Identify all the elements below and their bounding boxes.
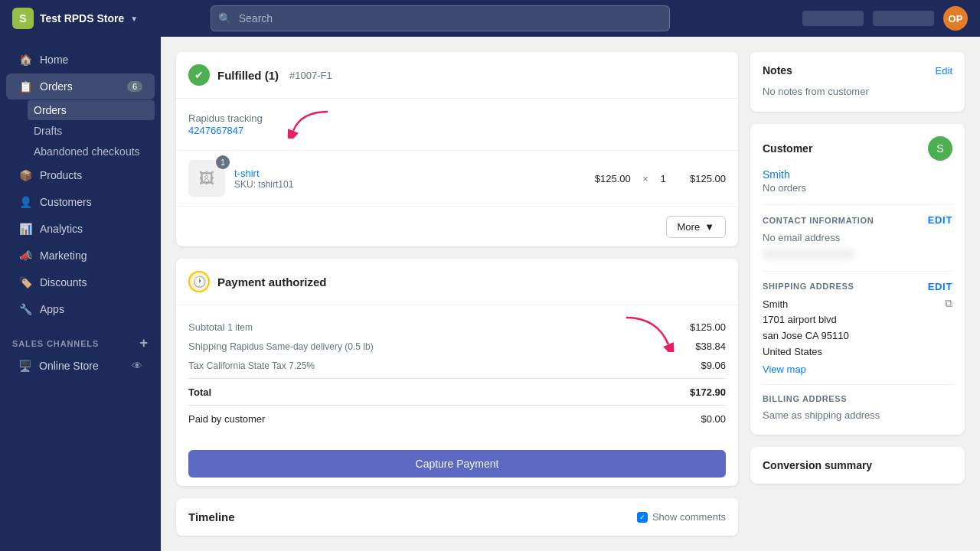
nav-btn-2[interactable] <box>873 11 934 26</box>
total-label: Total <box>188 386 211 398</box>
brand-logo[interactable]: S Test RPDS Store ▼ <box>12 8 138 29</box>
sidebar-label-orders: Orders <box>40 80 73 93</box>
sidebar-item-home[interactable]: 🏠 Home <box>6 47 155 73</box>
capture-footer: Capture Payment <box>176 441 738 486</box>
product-row: 🖼 1 t-shirt SKU: tshirt101 $125.00 × 1 $… <box>176 151 738 207</box>
show-comments-label: Show comments <box>652 511 726 523</box>
fulfilled-icon: ✔ <box>188 64 210 86</box>
fulfilled-footer: More ▼ <box>176 207 738 246</box>
show-comments-toggle[interactable]: ✓ Show comments <box>637 511 726 523</box>
right-column: Notes Edit No notes from customer Custom… <box>750 52 965 536</box>
billing-section: BILLING ADDRESS Same as shipping address <box>763 394 952 423</box>
shipping-edit-button[interactable]: Edit <box>928 281 952 292</box>
shipping-city-state: san Jose CA 95110 <box>763 328 849 344</box>
conversion-summary-panel: Conversion summary <box>750 447 965 484</box>
sidebar-label-analytics: Analytics <box>40 223 83 235</box>
sidebar-label-discounts: Discounts <box>40 276 87 289</box>
marketing-icon: 📣 <box>18 249 32 262</box>
add-channel-button[interactable]: + <box>140 335 149 351</box>
chevron-down-icon: ▼ <box>704 221 714 233</box>
view-map-link[interactable]: View map <box>763 364 952 375</box>
sidebar: 🏠 Home 📋 Orders 6 Orders Drafts Abandone… <box>0 37 161 551</box>
online-store-label: Online Store <box>39 360 99 372</box>
shipping-address: Smith 1701 airport blvd san Jose CA 9511… <box>763 297 849 360</box>
store-name: Test RPDS Store <box>40 12 124 24</box>
product-qty: 1 <box>661 173 666 184</box>
red-arrow-tracking <box>286 108 332 139</box>
online-store-icon: 🖥️ <box>18 360 31 372</box>
notes-edit-button[interactable]: Edit <box>936 65 952 77</box>
product-image-placeholder: 🖼 <box>199 170 214 187</box>
product-quantity-badge: 1 <box>216 155 230 169</box>
sales-channels-header: SALES CHANNELS + <box>0 323 161 354</box>
sidebar-subitem-drafts[interactable]: Drafts <box>28 121 155 141</box>
contact-section: CONTACT INFORMATION Edit No email addres… <box>763 214 952 262</box>
products-icon: 📦 <box>18 168 32 182</box>
payment-card: 🕐 Payment authorized Subtotal 1 item $12… <box>176 259 738 486</box>
customer-avatar: S <box>928 136 952 161</box>
paid-value: $0.00 <box>701 413 726 425</box>
shipping-country: United States <box>763 344 849 360</box>
sidebar-item-marketing[interactable]: 📣 Marketing <box>6 243 155 269</box>
sidebar-item-orders[interactable]: 📋 Orders 6 <box>6 73 155 99</box>
payment-table: Subtotal 1 item $125.00 Shipping Rapidus… <box>176 305 738 441</box>
customer-title: Customer <box>763 142 812 155</box>
payment-tax-row: Tax California State Tax 7.25% $9.06 <box>188 356 726 375</box>
sidebar-item-products[interactable]: 📦 Products <box>6 162 155 188</box>
sidebar-item-apps[interactable]: 🔧 Apps <box>6 296 155 322</box>
tracking-number[interactable]: 4247667847 <box>188 125 243 136</box>
sidebar-item-online-store[interactable]: 🖥️ Online Store 👁 <box>6 355 155 377</box>
notes-panel: Notes Edit No notes from customer <box>750 52 965 112</box>
copy-address-icon[interactable]: ⧉ <box>945 297 952 310</box>
notes-title: Notes <box>763 64 792 77</box>
product-thumbnail: 🖼 1 <box>188 160 225 197</box>
home-icon: 🏠 <box>18 53 32 67</box>
chevron-down-icon: ▼ <box>130 15 138 23</box>
customer-panel: Customer S Smith No orders CONTACT INFOR… <box>750 124 965 435</box>
tracking-section: Rapidus tracking 4247667847 <box>176 99 738 151</box>
eye-icon[interactable]: 👁 <box>132 360 142 372</box>
product-name[interactable]: t-shirt <box>234 168 586 179</box>
payment-header: 🕐 Payment authorized <box>176 259 738 305</box>
notes-content: No notes from customer <box>763 84 952 99</box>
search-icon: 🔍 <box>218 12 231 24</box>
sidebar-subitem-orders[interactable]: Orders <box>28 100 155 120</box>
customer-header: Customer S <box>763 136 952 161</box>
timeline-header: Timeline ✓ Show comments <box>176 498 738 536</box>
timeline-title: Timeline <box>188 510 235 523</box>
tax-value: $9.06 <box>701 360 726 371</box>
customer-name[interactable]: Smith <box>763 168 952 181</box>
capture-payment-button[interactable]: Capture Payment <box>188 450 726 478</box>
product-price: $125.00 <box>595 173 631 184</box>
contact-phone-blurred <box>763 249 854 259</box>
avatar[interactable]: OP <box>943 6 968 31</box>
fulfilled-title: Fulfilled (1) <box>217 69 279 82</box>
payment-shipping-row: Shipping Rapidus Same-day delivery (0.5 … <box>188 337 726 356</box>
shipping-section-label: SHIPPING ADDRESS Edit <box>763 281 952 292</box>
search-input[interactable] <box>211 5 670 31</box>
show-comments-checkbox[interactable]: ✓ <box>637 512 648 523</box>
sidebar-subitem-abandoned[interactable]: Abandoned checkouts <box>28 142 155 161</box>
product-info: t-shirt SKU: tshirt101 <box>234 168 586 190</box>
red-arrow-payment <box>619 314 680 352</box>
sidebar-label-products: Products <box>40 169 82 181</box>
fulfilled-card: ✔ Fulfilled (1) #1007-F1 Rapidus trackin… <box>176 52 738 246</box>
sidebar-item-analytics[interactable]: 📊 Analytics <box>6 216 155 242</box>
product-sku: SKU: tshirt101 <box>234 179 586 190</box>
nav-btn-1[interactable] <box>802 11 864 26</box>
contact-edit-button[interactable]: Edit <box>928 214 952 226</box>
more-button[interactable]: More ▼ <box>666 216 727 238</box>
shipping-section: SHIPPING ADDRESS Edit Smith 1701 airport… <box>763 281 952 375</box>
shipping-value: $38.84 <box>695 341 726 352</box>
sidebar-item-discounts[interactable]: 🏷️ Discounts <box>6 269 155 295</box>
contact-email: No email address <box>763 230 952 246</box>
orders-badge: 6 <box>127 81 142 92</box>
price-multiplier: × <box>640 173 652 184</box>
apps-icon: 🔧 <box>18 302 32 316</box>
sidebar-label-customers: Customers <box>40 196 92 208</box>
fulfilled-header: ✔ Fulfilled (1) #1007-F1 <box>176 52 738 99</box>
paid-label: Paid by customer <box>188 413 265 425</box>
fulfilled-order-id: #1007-F1 <box>289 70 332 81</box>
sidebar-item-customers[interactable]: 👤 Customers <box>6 189 155 215</box>
nav-right: OP <box>802 6 968 31</box>
